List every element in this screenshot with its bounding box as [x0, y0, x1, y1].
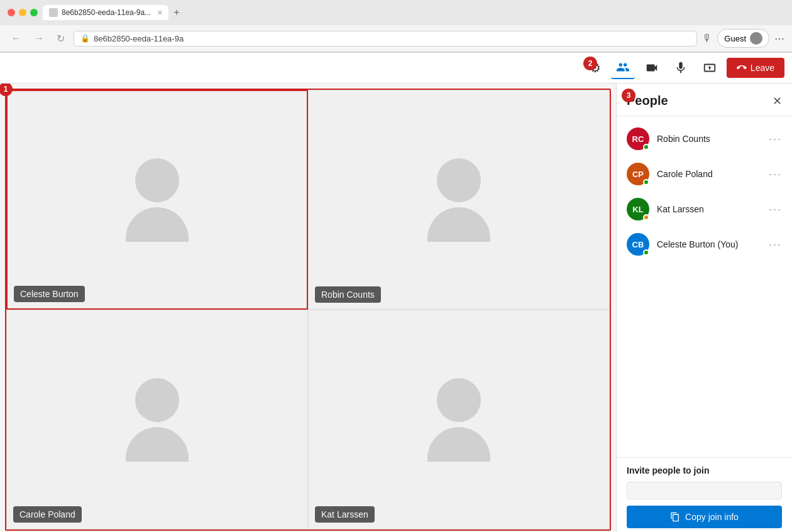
- avatar-celeste: [126, 158, 189, 242]
- copy-join-info-btn[interactable]: Copy join info: [627, 506, 782, 528]
- new-tab-btn[interactable]: +: [173, 7, 179, 18]
- avatar-head: [135, 378, 179, 422]
- video-cell-carole: Carole Poland: [6, 310, 308, 529]
- browser-mic-icon[interactable]: 🎙: [702, 33, 712, 44]
- name-badge-kat: Kat Larssen: [315, 506, 375, 523]
- name-badge-celeste: Celeste Burton: [14, 286, 85, 302]
- titlebar: 8e6b2850-eeda-11ea-9a... × +: [0, 0, 792, 25]
- name-badge-robin: Robin Counts: [315, 286, 381, 303]
- avatar-robin-panel: RC: [627, 128, 649, 150]
- guest-badge[interactable]: Guest: [717, 29, 769, 48]
- name-badge-carole: Carole Poland: [13, 506, 82, 523]
- avatar-body: [427, 427, 490, 462]
- toolbar-badge-2: 2: [583, 57, 597, 70]
- person-name-kat: Kat Larssen: [657, 204, 761, 214]
- meeting-toolbar: 2 ⚙ Leave: [0, 53, 792, 84]
- close-window-btn[interactable]: [8, 9, 15, 16]
- avatar-carole-panel: CP: [627, 163, 649, 185]
- video-cell-kat: Kat Larssen: [308, 310, 610, 529]
- leave-label: Leave: [751, 63, 774, 73]
- avatar-celeste-panel: CB: [627, 233, 649, 256]
- guest-avatar: [750, 32, 762, 45]
- main-content: 1 Celeste Burton: [0, 84, 792, 532]
- person-name-robin: Robin Counts: [657, 134, 761, 144]
- tab-title: 8e6b2850-eeda-11ea-9a...: [62, 8, 151, 17]
- video-cell-celeste: Celeste Burton: [6, 90, 308, 310]
- step-badge-3: 3: [622, 89, 635, 102]
- leave-btn[interactable]: Leave: [727, 58, 784, 78]
- browser-tab[interactable]: 8e6b2850-eeda-11ea-9a... ×: [43, 5, 168, 20]
- minimize-window-btn[interactable]: [19, 9, 26, 16]
- people-btn[interactable]: [611, 57, 635, 79]
- camera-btn[interactable]: [640, 57, 664, 79]
- people-list: RC Robin Counts ··· CP Carole Poland ···: [617, 116, 792, 457]
- address-text: 8e6b2850-eeda-11ea-9a: [94, 34, 690, 43]
- video-cell-robin: Robin Counts: [308, 90, 610, 310]
- guest-label: Guest: [724, 34, 746, 43]
- avatar-head: [135, 158, 179, 202]
- maximize-window-btn[interactable]: [30, 9, 38, 16]
- person-more-kat[interactable]: ···: [769, 203, 782, 216]
- avatar-body: [126, 427, 189, 462]
- copy-label: Copy join info: [685, 512, 739, 522]
- avatar-robin: [427, 158, 490, 242]
- window-controls[interactable]: [8, 9, 38, 16]
- person-more-robin[interactable]: ···: [769, 133, 782, 146]
- reload-btn[interactable]: ↻: [53, 31, 69, 46]
- app-container: 2 ⚙ Leave 1: [0, 53, 792, 532]
- lock-icon: 🔒: [80, 34, 90, 43]
- people-panel: 3 People ✕ RC Robin Counts ···: [616, 84, 792, 532]
- person-more-carole[interactable]: ···: [769, 168, 782, 181]
- avatar-body: [427, 207, 490, 242]
- person-name-celeste: Celeste Burton (You): [657, 239, 761, 249]
- invite-input[interactable]: [627, 482, 782, 499]
- status-dot-celeste: [643, 249, 649, 256]
- back-btn[interactable]: ←: [8, 31, 25, 45]
- invite-title: Invite people to join: [627, 465, 782, 475]
- person-more-celeste[interactable]: ···: [769, 238, 782, 251]
- close-people-panel-btn[interactable]: ✕: [773, 94, 782, 108]
- browser-toolbar: ← → ↻ 🔒 8e6b2850-eeda-11ea-9a 🎙 Guest ⋯: [0, 25, 792, 52]
- list-item: RC Robin Counts ···: [617, 121, 792, 156]
- address-bar[interactable]: 🔒 8e6b2850-eeda-11ea-9a: [74, 31, 697, 46]
- invite-section: Invite people to join Copy join info: [617, 457, 792, 532]
- status-dot-robin: [643, 144, 649, 150]
- video-grid: 1 Celeste Burton: [5, 89, 611, 531]
- share-btn[interactable]: [698, 57, 722, 79]
- tab-favicon: [49, 8, 58, 17]
- avatar-kat: [427, 378, 490, 462]
- forward-btn[interactable]: →: [30, 31, 48, 45]
- list-item: CP Carole Poland ···: [617, 156, 792, 192]
- browser-more-btn[interactable]: ⋯: [774, 33, 784, 45]
- people-header: People ✕: [617, 84, 792, 116]
- status-dot-carole: [643, 179, 649, 185]
- list-item: KL Kat Larssen ···: [617, 192, 792, 227]
- avatar-kat-panel: KL: [627, 198, 649, 220]
- tab-close-btn[interactable]: ×: [157, 8, 162, 18]
- status-dot-kat: [643, 214, 649, 220]
- mic-btn[interactable]: [669, 57, 693, 79]
- avatar-head: [437, 378, 481, 422]
- avatar-carole: [126, 378, 189, 462]
- avatar-head: [437, 158, 481, 202]
- avatar-body: [126, 207, 189, 242]
- list-item: CB Celeste Burton (You) ···: [617, 227, 792, 262]
- person-name-carole: Carole Poland: [657, 169, 761, 179]
